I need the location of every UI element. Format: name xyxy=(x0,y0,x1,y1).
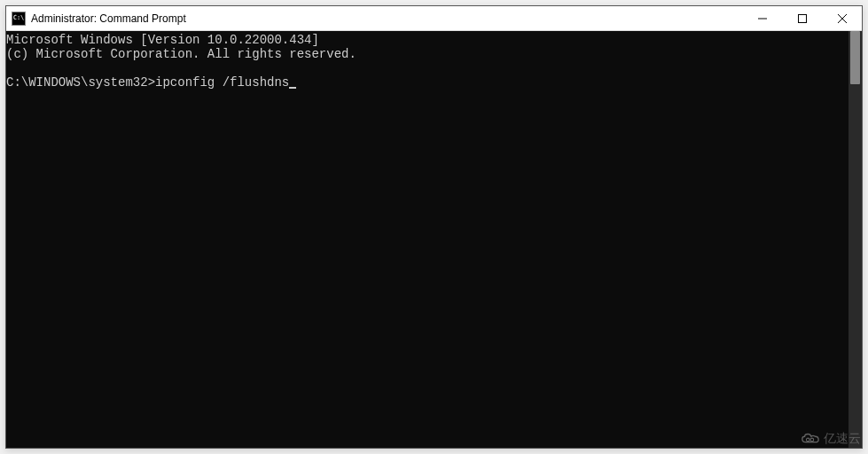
terminal-area: Microsoft Windows [Version 10.0.22000.43… xyxy=(6,31,862,448)
maximize-button[interactable] xyxy=(782,6,822,30)
cloud-icon xyxy=(801,432,820,446)
titlebar[interactable]: C:\ Administrator: Command Prompt xyxy=(6,6,862,31)
terminal-prompt: C:\WINDOWS\system32> xyxy=(6,75,155,90)
vertical-scrollbar[interactable] xyxy=(848,31,862,448)
minimize-icon xyxy=(758,14,767,23)
svg-point-4 xyxy=(806,438,809,442)
scrollbar-thumb[interactable] xyxy=(850,31,860,84)
terminal-line: (c) Microsoft Corporation. All rights re… xyxy=(6,47,356,61)
terminal-line: Microsoft Windows [Version 10.0.22000.43… xyxy=(6,33,319,47)
watermark-text: 亿速云 xyxy=(824,431,861,447)
app-icon: C:\ xyxy=(12,12,26,26)
svg-point-5 xyxy=(810,438,814,442)
terminal-output[interactable]: Microsoft Windows [Version 10.0.22000.43… xyxy=(6,31,848,448)
close-button[interactable] xyxy=(822,6,862,30)
window-controls xyxy=(742,6,862,30)
minimize-button[interactable] xyxy=(742,6,782,30)
window-title: Administrator: Command Prompt xyxy=(31,12,742,25)
svg-rect-1 xyxy=(798,14,806,22)
close-icon xyxy=(838,14,847,23)
maximize-icon xyxy=(798,14,807,23)
command-prompt-window: C:\ Administrator: Command Prompt Micros… xyxy=(5,5,863,449)
watermark: 亿速云 xyxy=(801,431,861,447)
terminal-command: ipconfig /flushdns xyxy=(155,75,289,90)
cursor xyxy=(289,87,296,89)
